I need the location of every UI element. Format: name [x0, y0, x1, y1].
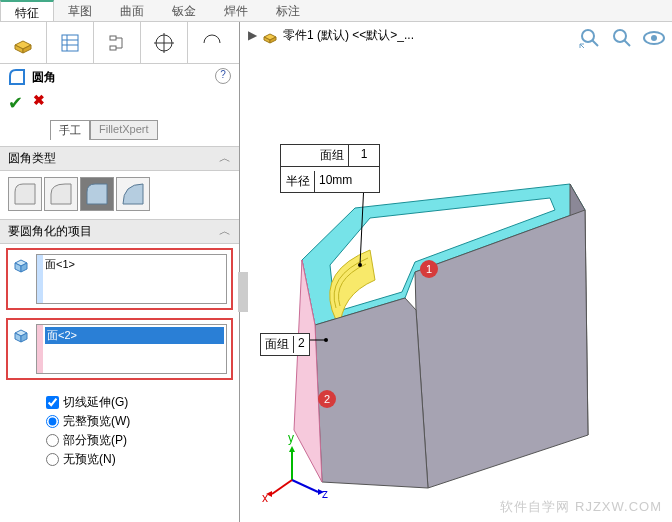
svg-line-33 — [292, 480, 318, 492]
callout-group1[interactable]: 面组 1 半径 10mm — [280, 144, 380, 193]
svg-point-43 — [324, 338, 328, 342]
fillet-icon — [8, 68, 26, 86]
face-set-icon — [12, 256, 30, 274]
feature-title-row: 圆角 ? — [0, 64, 239, 90]
manager-tabs[interactable] — [0, 22, 239, 64]
tab-annotate[interactable]: 标注 — [262, 0, 314, 21]
view-tools — [578, 26, 666, 50]
mode-tabs[interactable]: 手工 FilletXpert — [50, 120, 239, 140]
fillet-type-face[interactable] — [80, 177, 114, 211]
dimxpert-manager-tab[interactable] — [141, 22, 188, 63]
watermark: 软件自学网 RJZXW.COM — [500, 498, 662, 516]
graphics-viewport[interactable]: ▶ 零件1 (默认) <<默认>_... — [240, 22, 672, 522]
view-settings-icon[interactable] — [642, 26, 666, 50]
fillet-options: 切线延伸(G) 完整预览(W) 部分预览(P) 无预览(N) — [6, 388, 233, 474]
breadcrumb[interactable]: ▶ 零件1 (默认) <<默认>_... — [248, 26, 414, 44]
marker-1: 1 — [420, 260, 438, 278]
svg-line-21 — [624, 40, 630, 46]
breadcrumb-arrow-icon[interactable]: ▶ — [248, 28, 257, 42]
svg-text:x: x — [262, 491, 268, 505]
tab-features[interactable]: 特征 — [0, 0, 54, 21]
svg-rect-3 — [62, 35, 78, 51]
part-icon — [261, 26, 279, 44]
mode-manual[interactable]: 手工 — [50, 120, 90, 140]
tab-surface[interactable]: 曲面 — [106, 0, 158, 21]
section-items[interactable]: 要圆角化的项目 ︿ — [0, 219, 239, 244]
opt-tangent[interactable]: 切线延伸(G) — [46, 394, 227, 411]
full-preview-radio[interactable] — [46, 415, 59, 428]
fillet-type-variable[interactable] — [44, 177, 78, 211]
svg-line-35 — [272, 480, 292, 494]
mode-filletxpert[interactable]: FilletXpert — [90, 120, 158, 140]
chevron-up-icon: ︿ — [219, 150, 231, 167]
model-view[interactable]: y z x — [240, 50, 672, 520]
svg-marker-32 — [289, 446, 295, 452]
callout-group2[interactable]: 面组 2 — [260, 333, 310, 356]
svg-text:z: z — [322, 487, 328, 501]
partial-preview-radio[interactable] — [46, 434, 59, 447]
property-manager-tab[interactable] — [47, 22, 94, 63]
configuration-manager-tab[interactable] — [94, 22, 141, 63]
display-manager-tab[interactable] — [188, 22, 235, 63]
svg-point-41 — [358, 263, 362, 267]
svg-line-19 — [592, 40, 598, 46]
opt-partial-preview[interactable]: 部分预览(P) — [46, 432, 227, 449]
tangent-checkbox[interactable] — [46, 396, 59, 409]
svg-rect-7 — [110, 36, 116, 40]
opt-no-preview[interactable]: 无预览(N) — [46, 451, 227, 468]
face-set-1-list[interactable]: 面<1> — [36, 254, 227, 304]
zoom-fit-icon[interactable] — [578, 26, 602, 50]
face-set-icon — [12, 326, 30, 344]
cancel-button[interactable]: ✖ — [33, 92, 45, 114]
feature-manager-tab[interactable] — [0, 22, 47, 63]
property-manager: 圆角 ? ✔ ✖ 手工 FilletXpert 圆角类型 ︿ 要圆角化的项目 ︿ — [0, 22, 240, 522]
fillet-type-constant[interactable] — [8, 177, 42, 211]
svg-point-23 — [651, 35, 657, 41]
face-set-2-list[interactable]: 面<2> — [36, 324, 227, 374]
tab-sheetmetal[interactable]: 钣金 — [158, 0, 210, 21]
breadcrumb-part[interactable]: 零件1 (默认) <<默认>_... — [283, 27, 414, 44]
help-icon[interactable]: ? — [215, 68, 231, 84]
tab-sketch[interactable]: 草图 — [54, 0, 106, 21]
marker-2: 2 — [318, 390, 336, 408]
no-preview-radio[interactable] — [46, 453, 59, 466]
section-fillet-type[interactable]: 圆角类型 ︿ — [0, 146, 239, 171]
face-set-1-group: 面<1> — [6, 248, 233, 310]
feature-title: 圆角 — [32, 69, 56, 86]
ok-button[interactable]: ✔ — [8, 92, 23, 114]
svg-text:y: y — [288, 431, 294, 445]
opt-full-preview[interactable]: 完整预览(W) — [46, 413, 227, 430]
chevron-up-icon: ︿ — [219, 223, 231, 240]
fillet-type-full[interactable] — [116, 177, 150, 211]
zoom-area-icon[interactable] — [610, 26, 634, 50]
tab-weldments[interactable]: 焊件 — [210, 0, 262, 21]
command-tabs[interactable]: 特征 草图 曲面 钣金 焊件 标注 — [0, 0, 672, 22]
svg-rect-8 — [110, 46, 116, 50]
face-set-2-group: 面<2> — [6, 318, 233, 380]
